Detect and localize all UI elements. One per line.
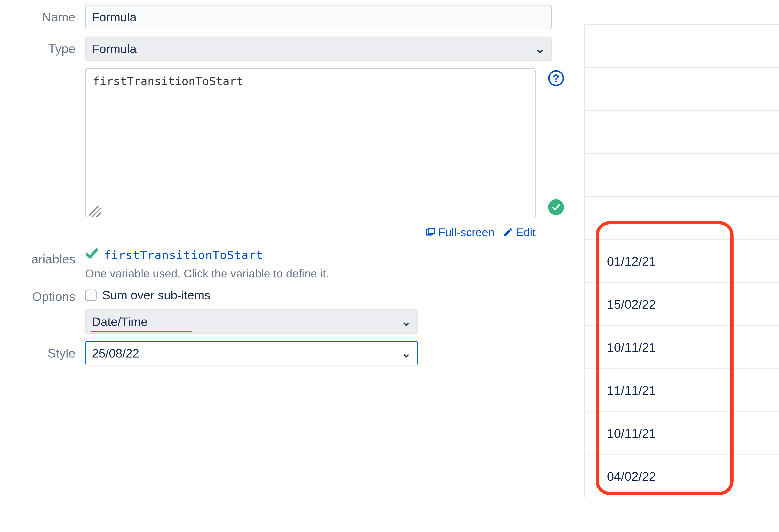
result-cell: 04/02/22 [584,455,779,497]
result-cell: 10/11/21 [584,326,779,368]
result-cell [584,24,779,67]
style-label: Style [0,341,85,360]
chevron-down-icon: ⌄ [535,42,545,56]
style-select[interactable]: 25/08/22 ⌄ [85,341,418,365]
type-select[interactable]: Formula ⌄ [85,37,552,61]
edit-link-label: Edit [516,226,536,239]
formula-textarea[interactable] [85,68,536,218]
sum-checkbox-label: Sum over sub-items [102,288,211,302]
fullscreen-link[interactable]: Full-screen [425,226,494,239]
annotation-underline [91,331,192,332]
valid-icon [548,199,564,215]
variable-link[interactable]: firstTransitionToStart [104,248,263,261]
format-select-value: Date/Time [92,315,148,329]
resize-grip-icon[interactable] [89,206,101,217]
name-label: Name [0,5,85,24]
help-icon[interactable]: ? [548,70,564,86]
result-cell [584,154,779,196]
type-select-value: Formula [92,42,136,56]
result-cell [584,196,779,239]
sum-checkbox[interactable] [85,290,97,301]
svg-rect-1 [428,228,434,234]
fullscreen-link-label: Full-screen [438,226,494,239]
result-cell: 10/11/21 [584,411,779,455]
format-select[interactable]: Date/Time ⌄ [85,309,418,334]
edit-link[interactable]: Edit [503,226,536,239]
check-icon [85,247,98,263]
variable-hint: One variable used. Click the variable to… [85,267,576,280]
result-cell: 15/02/22 [584,283,779,326]
result-cell: 11/11/21 [584,368,779,411]
style-select-value: 25/08/22 [92,346,139,360]
chevron-down-icon: ⌄ [401,315,411,329]
variables-label: ariables [0,247,85,266]
result-cell [584,110,779,154]
result-cell [584,67,779,110]
chevron-down-icon: ⌄ [401,346,411,360]
options-label: Options [0,288,85,304]
result-cell: 01/12/21 [584,239,779,283]
name-input[interactable] [85,5,552,29]
type-label: Type [0,37,85,56]
form-panel: Name Type Formula ⌄ ? [0,0,584,532]
results-column: 01/12/21 15/02/22 10/11/21 11/11/21 10/1… [584,0,779,532]
